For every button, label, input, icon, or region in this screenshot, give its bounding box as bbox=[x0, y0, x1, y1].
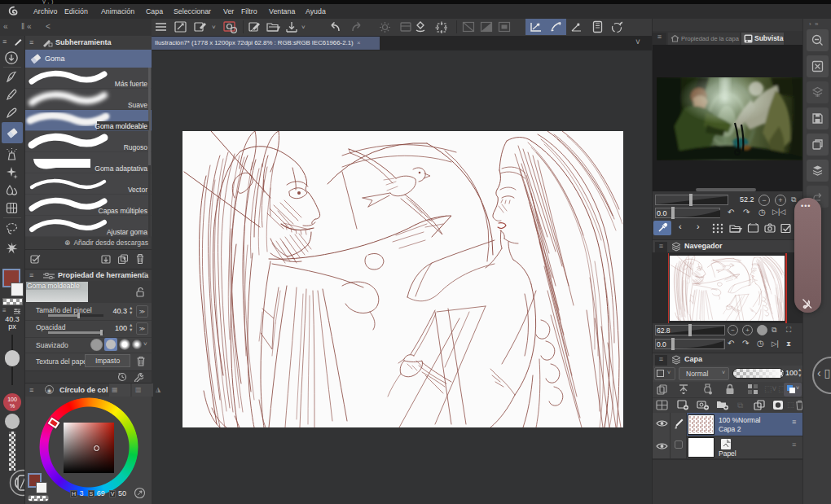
svg-text:Vector: Vector bbox=[128, 186, 147, 194]
svg-text:Suave: Suave bbox=[128, 101, 147, 109]
svg-text:Más fuerte: Más fuerte bbox=[115, 80, 147, 88]
svg-text:Rugoso: Rugoso bbox=[124, 143, 148, 151]
svg-text:Goma adaptativa: Goma adaptativa bbox=[95, 164, 147, 173]
svg-text:Capas múltiples: Capas múltiples bbox=[99, 207, 147, 215]
svg-text:Goma moldeable: Goma moldeable bbox=[95, 122, 147, 130]
svg-text:Ajustar goma: Ajustar goma bbox=[107, 228, 147, 236]
